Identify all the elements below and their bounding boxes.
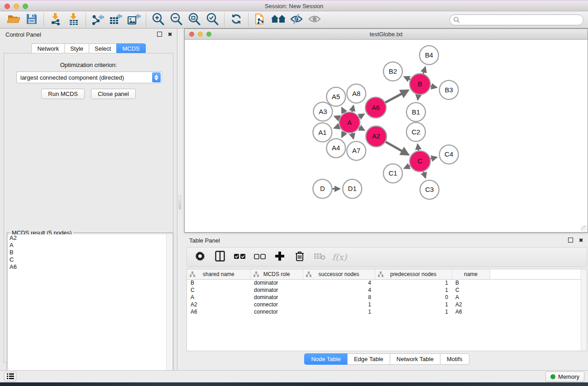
graph-node-C1[interactable]: C1	[383, 164, 402, 183]
graph-edge-C-C2[interactable]	[418, 144, 419, 150]
graph-node-A5[interactable]: A5	[326, 87, 345, 106]
close-panel-button[interactable]: Close panel	[91, 89, 136, 99]
column-header-shared-name[interactable]: shared name	[187, 269, 250, 279]
graph-edge-B-B2[interactable]	[404, 77, 410, 80]
close-network-window-button[interactable]	[189, 32, 194, 37]
graph-node-C4[interactable]: C4	[440, 145, 459, 164]
graph-node-B2[interactable]: B2	[383, 62, 402, 81]
tab-network-table[interactable]: Network Table	[390, 353, 440, 365]
export-image-button[interactable]	[125, 13, 143, 27]
tab-style[interactable]: Style	[64, 43, 89, 54]
table-cell[interactable]: connector	[250, 301, 303, 308]
table-cell[interactable]: 4	[303, 279, 375, 286]
table-cell[interactable]: 1	[303, 308, 375, 315]
graph-node-A7[interactable]: A7	[347, 141, 366, 160]
tab-edge-table[interactable]: Edge Table	[347, 353, 390, 365]
window-resize-grip[interactable]	[581, 225, 587, 232]
graph-node-D1[interactable]: D1	[343, 179, 362, 198]
graph-edge-A-A7[interactable]	[352, 133, 354, 138]
graph-edge-B-B4[interactable]	[423, 67, 425, 74]
function-builder-button[interactable]: f(x)	[332, 249, 347, 265]
table-cell[interactable]: A2	[187, 301, 250, 308]
zoom-in-button[interactable]	[149, 13, 167, 27]
graph-node-A2[interactable]: A2	[366, 126, 387, 147]
hide-selected-button[interactable]	[287, 13, 306, 27]
table-cell[interactable]: A	[187, 294, 250, 301]
column-header-predecessor-nodes[interactable]: predecessor nodes	[375, 269, 452, 279]
table-cell[interactable]: 1	[375, 279, 452, 286]
mcds-result-item[interactable]: B	[8, 249, 166, 256]
delete-column-button[interactable]	[292, 249, 307, 265]
refresh-layout-button[interactable]	[227, 13, 245, 27]
graph-edge-A6-B[interactable]	[385, 91, 408, 103]
unselect-all-columns-button[interactable]	[252, 249, 268, 265]
network-window-titlebar[interactable]: testGlobe.txt	[185, 29, 588, 40]
table-cell[interactable]: 1	[303, 301, 375, 308]
graph-edge-C-C1[interactable]	[404, 166, 410, 168]
graph-edge-C-C4[interactable]	[430, 157, 436, 159]
graph-node-A4[interactable]: A4	[326, 138, 345, 157]
float-table-panel-icon[interactable]	[568, 238, 573, 243]
table-cell[interactable]: connector	[250, 308, 303, 315]
network-canvas[interactable]: B4B2BB3A8A5A6B1A3AC2A1A2A4A7C4CC1C3DD1	[185, 40, 588, 232]
zoom-network-window-button[interactable]	[206, 32, 211, 37]
criterion-select[interactable]: largest connected component (directed)	[16, 71, 162, 83]
graph-edge-A2-C[interactable]	[386, 142, 408, 154]
graph-node-C2[interactable]: C2	[406, 123, 425, 142]
zoom-out-button[interactable]	[167, 13, 185, 27]
table-cell[interactable]: 1	[375, 301, 452, 308]
close-table-panel-icon[interactable]: ✖	[578, 238, 583, 243]
splitter-handle[interactable]	[179, 195, 181, 210]
table-cell[interactable]: dominator	[250, 294, 303, 301]
tab-node-table[interactable]: Node Table	[304, 353, 347, 365]
table-cell[interactable]: C	[452, 286, 490, 294]
graph-node-D[interactable]: D	[313, 179, 332, 198]
table-cell[interactable]: B	[187, 279, 250, 286]
float-panel-icon[interactable]	[157, 32, 162, 37]
run-mcds-button[interactable]: Run MCDS	[41, 89, 85, 99]
graph-node-C[interactable]: C	[410, 151, 430, 172]
delete-table-button[interactable]	[312, 249, 327, 265]
tab-mcds[interactable]: MCDS	[116, 43, 145, 54]
table-scrollbar[interactable]	[581, 269, 587, 351]
table-cell[interactable]: 1	[375, 308, 452, 315]
graph-node-A3[interactable]: A3	[313, 102, 332, 121]
network-list-button[interactable]	[4, 372, 16, 381]
table-cell[interactable]: 8	[303, 294, 375, 301]
table-cell[interactable]: 4	[303, 286, 375, 294]
column-header-successor-nodes[interactable]: successor nodes	[303, 269, 375, 279]
tab-motifs[interactable]: Motifs	[440, 353, 469, 365]
select-all-columns-button[interactable]	[232, 249, 248, 265]
graph-node-B1[interactable]: B1	[406, 103, 425, 122]
table-cell[interactable]: dominator	[250, 279, 303, 286]
table-cell[interactable]: 0	[375, 294, 452, 301]
export-table-button[interactable]	[107, 13, 125, 27]
import-network-button[interactable]	[47, 13, 65, 27]
mcds-result-item[interactable]: A6	[8, 263, 166, 271]
graph-edge-A-A5[interactable]	[342, 108, 344, 113]
zoom-fit-button[interactable]	[185, 13, 203, 27]
graph-edge-A-A4[interactable]	[342, 132, 344, 137]
minimize-network-window-button[interactable]	[198, 32, 203, 37]
table-row[interactable]: A6connector11A6	[187, 308, 587, 315]
table-cell[interactable]: 1	[375, 286, 452, 294]
home-button[interactable]	[269, 13, 287, 27]
graph-edge-A-A3[interactable]	[335, 116, 339, 118]
mcds-result-item[interactable]: A2	[8, 234, 166, 242]
create-column-button[interactable]	[272, 249, 287, 265]
graph-node-A1[interactable]: A1	[313, 123, 332, 142]
table-cell[interactable]: A2	[452, 301, 490, 308]
import-table-button[interactable]	[65, 13, 83, 27]
graph-node-C3[interactable]: C3	[420, 180, 439, 199]
show-columns-button[interactable]	[212, 249, 228, 265]
graph-edge-B-B3[interactable]	[430, 86, 436, 88]
graph-node-B4[interactable]: B4	[420, 46, 439, 65]
new-network-button[interactable]	[251, 13, 269, 27]
zoom-window-button[interactable]	[23, 4, 28, 9]
table-cell[interactable]: C	[187, 286, 250, 294]
search-input[interactable]	[449, 14, 583, 25]
save-session-button[interactable]	[23, 13, 41, 27]
table-row[interactable]: A2connector11A2	[187, 301, 587, 308]
graph-edge-A-A6[interactable]	[359, 114, 364, 117]
table-cell[interactable]: dominator	[250, 286, 303, 294]
